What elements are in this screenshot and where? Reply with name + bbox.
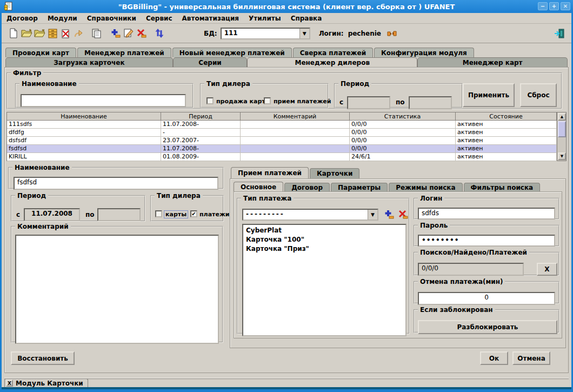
module-tab[interactable]: X Модуль Карточки: [4, 378, 88, 387]
tab-sverka-platezhej[interactable]: Сверка платежей: [293, 48, 373, 57]
menu-servis[interactable]: Сервис: [141, 13, 177, 24]
remove-icon[interactable]: [135, 27, 148, 40]
filter-name-input[interactable]: [21, 94, 186, 107]
cell-state: активен: [456, 153, 557, 161]
tab-menedzher-dilerov[interactable]: Менеджер дилеров: [247, 57, 417, 67]
table-row-selected[interactable]: fsdfsd 11.07.2008- 0/0/0 активен: [7, 145, 566, 153]
minimize-button[interactable]: −: [538, 2, 548, 10]
tab-zagruzka-kartochek[interactable]: Загрузка карточек: [5, 57, 173, 67]
scroll-down-icon[interactable]: ▼: [558, 152, 566, 160]
stats-clear-button[interactable]: X: [537, 263, 557, 276]
new-document-icon[interactable]: [7, 27, 20, 40]
scrollbar-thumb[interactable]: [558, 121, 566, 137]
tab-kartochki[interactable]: Карточки: [310, 168, 360, 178]
dealer-cards-checkbox[interactable]: [155, 210, 162, 217]
add-payment-type-icon[interactable]: [384, 209, 394, 220]
connection-icon[interactable]: [385, 27, 398, 40]
cancel-button[interactable]: Отмена: [512, 351, 550, 365]
column-header-state[interactable]: Состояние: [456, 112, 557, 121]
unblock-button[interactable]: Разблокировать: [418, 320, 557, 334]
redo-arrow-icon[interactable]: [72, 27, 85, 40]
card-file-icon[interactable]: [46, 27, 59, 40]
filter-from-input[interactable]: [347, 96, 390, 109]
list-item[interactable]: Карточка "100": [243, 235, 405, 244]
payment-type-value: ---------: [243, 210, 368, 220]
cell-period: 23.07.2007-: [161, 137, 241, 145]
maximize-button[interactable]: +: [549, 2, 559, 10]
exit-icon[interactable]: [553, 27, 566, 40]
column-header-stats[interactable]: Статистика: [350, 112, 456, 121]
dealer-comment-textarea[interactable]: [15, 235, 219, 344]
menu-spravka[interactable]: Справка: [286, 13, 327, 24]
subtab-filtry-poiska[interactable]: Фильтры поиска: [464, 183, 541, 191]
stats-value-field: 0/0/0: [418, 263, 524, 276]
filter-cards-label: продажа карт: [216, 98, 265, 105]
table-row[interactable]: dsfsdf 23.07.2007- 0/0/0 активен: [7, 137, 566, 145]
edit-icon[interactable]: [122, 27, 135, 40]
refresh-icon[interactable]: [153, 27, 166, 40]
dealer-name-input[interactable]: fsdfsd: [14, 177, 218, 190]
close-module-icon[interactable]: X: [6, 380, 13, 387]
remove-payment-type-icon[interactable]: [398, 209, 408, 220]
cell-stats: 0/0/0: [350, 145, 456, 153]
table-row[interactable]: 111sdfs 11.07.2008- 0/0/0 активен: [7, 121, 566, 129]
dealer-login-input[interactable]: sdfds: [418, 208, 555, 220]
filter-to-input[interactable]: [409, 96, 452, 109]
toolbar: БД: 111 ▼ Логин: pechenie: [2, 24, 571, 43]
dealer-to-label: по: [85, 211, 95, 218]
dealer-from-input[interactable]: 11.07.2008: [24, 208, 80, 221]
cell-name: fsdfsd: [7, 145, 161, 153]
reset-button[interactable]: Сброс: [520, 83, 557, 107]
filter-cards-checkbox[interactable]: [206, 97, 214, 104]
table-row[interactable]: KIRILL 01.08.2009- 24/6/1 активен: [7, 153, 566, 161]
menu-dogovor[interactable]: Договор: [2, 13, 43, 24]
cell-stats: 0/0/0: [350, 129, 456, 137]
list-item[interactable]: Карточка "Приз": [243, 244, 405, 254]
tab-menedzher-kart[interactable]: Менеджер карт: [417, 57, 568, 67]
cancel-minutes-input[interactable]: 0: [418, 292, 555, 305]
tab-novyj-menedzher-platezhej[interactable]: Новый менеджер платежей: [172, 48, 292, 57]
tab-menedzher-platezhej[interactable]: Менеджер платежей: [77, 48, 171, 57]
payment-systems-list[interactable]: CyberPlat Карточка "100" Карточка "Приз": [242, 224, 407, 336]
apply-button[interactable]: Применить: [463, 83, 515, 107]
dealer-password-input[interactable]: ••••••••: [418, 235, 555, 247]
chevron-down-icon[interactable]: ▼: [368, 210, 377, 220]
table-scrollbar[interactable]: ▲ ▼: [557, 112, 566, 161]
dealer-payments-checkbox[interactable]: ✔: [190, 210, 197, 217]
dealer-to-input[interactable]: [97, 208, 141, 221]
list-item[interactable]: CyberPlat: [243, 226, 405, 235]
subtab-dogovor[interactable]: Договор: [284, 183, 330, 191]
subtab-osnovnoe[interactable]: Основное: [234, 182, 283, 191]
table-row[interactable]: dfdfg - 0/0/0 активен: [7, 129, 566, 137]
module-bar-ridge: [4, 378, 569, 379]
scroll-up-icon[interactable]: ▲: [558, 113, 566, 121]
payment-type-combobox[interactable]: --------- ▼: [242, 209, 378, 221]
column-header-comment[interactable]: Комментарий: [241, 112, 350, 121]
cell-state: активен: [456, 145, 557, 153]
delete-document-icon[interactable]: [59, 27, 72, 40]
restore-button[interactable]: Восстановить: [11, 351, 75, 365]
subtab-rezhimy-poiska[interactable]: Режимы поиска: [389, 183, 462, 191]
db-combobox[interactable]: 111 ▼: [221, 28, 310, 39]
add-icon[interactable]: [109, 27, 122, 40]
subtab-parametry[interactable]: Параметры: [331, 183, 388, 191]
open-folder-icon[interactable]: [20, 27, 33, 40]
chevron-down-icon[interactable]: ▼: [299, 29, 309, 38]
menu-spravochniki[interactable]: Справочники: [82, 13, 141, 24]
filter-payments-checkbox[interactable]: [264, 97, 271, 104]
column-header-name[interactable]: Наименование: [7, 112, 161, 121]
tab-provodki-kart[interactable]: Проводки карт: [5, 48, 76, 57]
close-button[interactable]: ✕: [561, 2, 570, 10]
tab-serii[interactable]: Серии: [173, 57, 247, 67]
menu-moduli[interactable]: Модули: [43, 13, 82, 24]
column-header-period[interactable]: Период: [161, 112, 241, 121]
ok-button[interactable]: Ок: [480, 351, 508, 365]
blocked-group: Если заблокирован Разблокировать: [414, 306, 559, 333]
tab-konfiguraciya-modulya[interactable]: Конфигурация модуля: [374, 48, 474, 57]
tab-priem-platezhej[interactable]: Прием платежей: [231, 167, 309, 178]
menu-utility[interactable]: Утилиты: [244, 13, 286, 24]
paste-icon[interactable]: [90, 27, 103, 40]
filter-group-title: Фильтр: [11, 69, 43, 77]
open-folder-alt-icon[interactable]: [33, 27, 46, 40]
menu-avtomatizaciya[interactable]: Автоматизация: [177, 13, 244, 24]
